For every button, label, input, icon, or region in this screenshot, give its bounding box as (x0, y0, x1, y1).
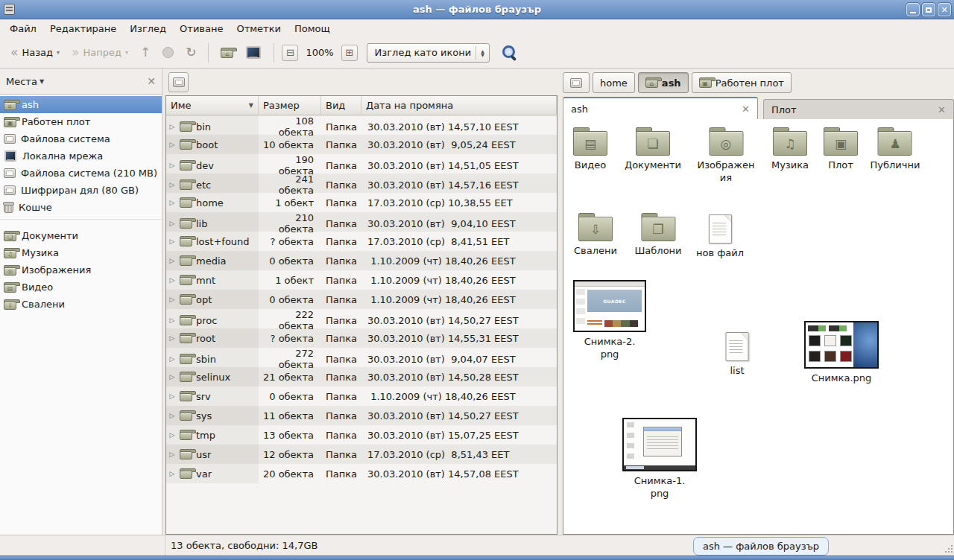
menu-Помощ[interactable]: Помощ (288, 21, 337, 36)
expander-icon[interactable]: ▷ (168, 141, 176, 148)
table-row[interactable]: ▷opt0 обектаПапка 1.10.2009 (чт) 18,40,2… (166, 290, 557, 309)
stop-button[interactable] (158, 44, 178, 61)
sidebar-item-ash[interactable]: ⌂ash (0, 96, 162, 113)
root-filesystem-button[interactable] (168, 72, 189, 92)
table-row[interactable]: ▷sys11 обектаПапка30.03.2010 (вт) 14,50,… (166, 406, 557, 425)
sidebar-item-Документи[interactable]: ❏Документи (0, 227, 162, 244)
table-row[interactable]: ▷boot10 обектаПапка30.03.2010 (вт) 9,05,… (166, 135, 557, 154)
titlebar[interactable]: ash — файлов браузър ✕ (0, 0, 954, 19)
icon-view-item-Документи[interactable]: ❏Документи (625, 127, 681, 171)
icon-view-item-Музика[interactable]: ♫Музика (771, 127, 809, 171)
sidebar-item-Изображения[interactable]: ◎Изображения (0, 261, 162, 279)
column-header-Вид[interactable]: Вид (321, 96, 361, 115)
column-header-Размер[interactable]: Размер (259, 96, 321, 115)
computer-button[interactable] (241, 43, 266, 62)
sidebar-item-Файлова система (210 MB)[interactable]: Файлова система (210 MB) (0, 165, 162, 182)
chevron-down-icon[interactable]: ▼ (40, 78, 44, 85)
table-row[interactable]: ▷selinux21 обектаПапка30.03.2010 (вт) 14… (166, 367, 557, 386)
expander-icon[interactable]: ▷ (168, 296, 176, 303)
view-mode-select[interactable]: Изглед като икони ▲▼ (367, 43, 490, 63)
sidebar-item-Свалени[interactable]: ⇩Свалени (0, 296, 162, 313)
icon-view-item-нов файл[interactable]: нов файл (696, 214, 744, 259)
close-icon[interactable]: ✕ (938, 3, 951, 16)
icon-view-item-Снимка.png[interactable]: Снимка.png (804, 321, 879, 384)
sidebar-item-Шифриран дял (80 GB)[interactable]: Шифриран дял (80 GB) (0, 182, 162, 199)
zoom-in-button[interactable]: ⊞ (341, 45, 358, 61)
table-row[interactable]: ▷media0 обектаПапка 1.10.2009 (чт) 18,40… (166, 251, 557, 270)
minimize-icon[interactable] (906, 3, 920, 16)
pathbar-button-ash[interactable]: ⌂ash (638, 72, 689, 93)
pathbar-button-Работен плот[interactable]: ▣Работен плот (692, 72, 792, 93)
expander-icon[interactable]: ▷ (168, 334, 176, 342)
sidebar-item-Видео[interactable]: ▤Видео (0, 279, 162, 296)
back-button[interactable]: « Назад ▾ (6, 43, 64, 62)
table-row[interactable]: ▷lib210 обектаПапка30.03.2010 (вт) 9,04,… (166, 212, 557, 232)
icon-view-item-Свалени[interactable]: ⇩Свалени (574, 213, 617, 257)
pathbar-button-home[interactable]: home (593, 72, 635, 93)
menu-Редактиране[interactable]: Редактиране (43, 21, 123, 36)
tab-ash[interactable]: ash✕ (563, 97, 758, 119)
table-row[interactable]: ▷tmp13 обектаПапка30.03.2010 (вт) 15,07,… (166, 425, 557, 445)
expander-icon[interactable]: ▷ (168, 431, 176, 439)
sidebar-item-Файлова система[interactable]: Файлова система (0, 130, 162, 147)
expander-icon[interactable]: ▷ (168, 238, 176, 245)
expander-icon[interactable]: ▷ (168, 181, 176, 188)
menu-Файл[interactable]: Файл (3, 21, 43, 36)
sidebar-item-Музика[interactable]: ♫Музика (0, 244, 162, 261)
forward-button[interactable]: » Напред ▾ (67, 43, 133, 62)
icon-view-item-Изображения[interactable]: ◎Изображения (697, 127, 754, 184)
icon-view-item-Снимка-1.png[interactable]: Снимка-1.png (622, 418, 697, 500)
menu-Изглед[interactable]: Изглед (123, 21, 173, 36)
search-icon[interactable] (502, 45, 518, 61)
tab-close-icon[interactable]: ✕ (938, 104, 946, 115)
reload-button[interactable]: ↻ (181, 43, 200, 62)
table-row[interactable]: ▷sbin272 обектаПапка30.03.2010 (вт) 9,04… (166, 348, 557, 367)
expander-icon[interactable]: ▷ (168, 199, 176, 206)
expander-icon[interactable]: ▷ (168, 123, 176, 130)
expander-icon[interactable]: ▷ (168, 220, 176, 227)
up-button[interactable]: ↑ (136, 43, 155, 62)
icon-view-item-Снимка-2.png[interactable]: GUADECСнимка-2.png (573, 280, 646, 360)
table-row[interactable]: ▷lost+found? обектаПапка17.03.2010 (ср) … (166, 232, 557, 251)
table-row[interactable]: ▷var20 обектаПапка30.03.2010 (вт) 14,57,… (166, 464, 557, 483)
icon-view-item-list[interactable]: list (726, 332, 749, 377)
sidebar-item-Работен плот[interactable]: ▣Работен плот (0, 113, 162, 130)
table-row[interactable]: ▷usr12 обектаПапка17.03.2010 (ср) 8,51,4… (166, 445, 557, 464)
icon-view-item-Видео[interactable]: ▤Видео (573, 127, 607, 171)
table-row[interactable]: ▷mnt1 обектПапка 1.10.2009 (чт) 18,40,26… (166, 270, 557, 290)
sidebar-close-icon[interactable]: ✕ (147, 75, 156, 87)
expander-icon[interactable]: ▷ (168, 373, 176, 381)
table-row[interactable]: ▷dev190 обектаПапка30.03.2010 (вт) 14,51… (166, 154, 557, 174)
table-row[interactable]: ▷home1 обектПапка17.03.2010 (ср) 10,38,5… (166, 193, 557, 212)
sidebar-item-Локална мрежа[interactable]: Локална мрежа (0, 147, 162, 165)
back-history-icon[interactable]: ▾ (57, 49, 60, 56)
expander-icon[interactable]: ▷ (168, 412, 176, 419)
icon-view-item-Публични[interactable]: ♟Публични (871, 127, 920, 171)
column-header-Име[interactable]: Име▼ (166, 96, 259, 115)
home-button[interactable]: ⌂ (216, 45, 238, 61)
taskbar-window-label[interactable]: ash — файлов браузър (693, 537, 829, 556)
sidebar-item-Кошче[interactable]: Кошче (0, 199, 162, 216)
forward-history-icon[interactable]: ▾ (125, 49, 128, 56)
table-row[interactable]: ▷srv0 обектаПапка 1.10.2009 (чт) 18,40,2… (166, 386, 557, 406)
menu-Отметки[interactable]: Отметки (230, 21, 287, 36)
table-row[interactable]: ▷bin108 обектаПапка30.03.2010 (вт) 14,57… (166, 115, 557, 135)
tab-Плот[interactable]: Плот✕ (763, 99, 954, 119)
menu-Отиване[interactable]: Отиване (173, 21, 230, 36)
expander-icon[interactable]: ▷ (168, 257, 176, 264)
tab-close-icon[interactable]: ✕ (742, 104, 750, 115)
table-row[interactable]: ▷proc222 обектаПапка30.03.2010 (вт) 14,5… (166, 309, 557, 328)
icon-view[interactable]: ▤Видео❏Документи◎Изображения♫Музика▣Плот… (563, 119, 954, 535)
expander-icon[interactable]: ▷ (168, 316, 176, 324)
icon-view-item-Шаблони[interactable]: ❐Шаблони (634, 213, 681, 257)
zoom-out-button[interactable]: ⊟ (282, 45, 298, 61)
resize-grip[interactable] (944, 545, 953, 554)
expander-icon[interactable]: ▷ (168, 392, 176, 400)
icon-view-item-Плот[interactable]: ▣Плот (824, 127, 858, 171)
expander-icon[interactable]: ▷ (168, 470, 176, 477)
pathbar-button-root[interactable] (563, 72, 590, 93)
maximize-icon[interactable] (922, 3, 935, 16)
expander-icon[interactable]: ▷ (168, 276, 176, 284)
spinner-icon[interactable]: ▲▼ (476, 46, 484, 60)
expander-icon[interactable]: ▷ (168, 355, 176, 363)
